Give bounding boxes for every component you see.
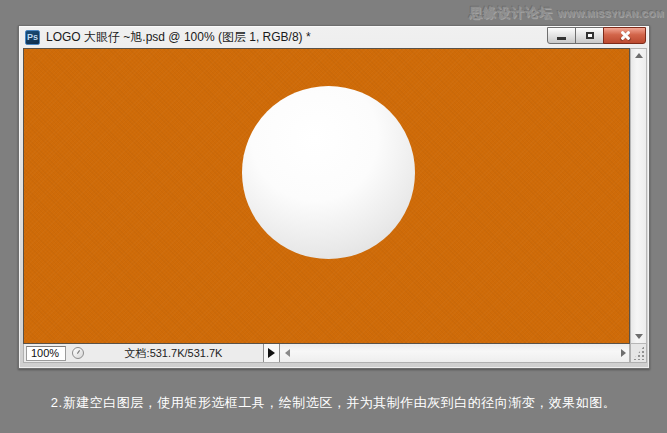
status-bar: 文档:531.7K/531.7K <box>24 344 280 362</box>
restore-button[interactable] <box>575 27 604 44</box>
status-menu-arrow-icon <box>268 348 275 358</box>
status-bar-menu-button[interactable] <box>263 344 280 362</box>
minimize-button[interactable] <box>547 27 576 44</box>
document-size-info: 文档:531.7K/531.7K <box>84 346 263 361</box>
watermark-site-url: WWW.MISSYUAN.COM <box>558 9 665 19</box>
scroll-right-arrow-icon[interactable] <box>621 349 626 357</box>
window-controls <box>547 27 646 44</box>
close-icon <box>619 30 630 41</box>
restore-icon <box>586 32 594 39</box>
watermark: 思缘设计论坛 WWW.MISSYUAN.COM <box>469 3 664 22</box>
page-background: 思缘设计论坛 WWW.MISSYUAN.COM Ps LOGO 大眼仔 ~旭.p… <box>0 0 667 433</box>
close-button[interactable] <box>603 27 646 44</box>
scroll-up-arrow-icon[interactable] <box>635 53 643 58</box>
vertical-scrollbar[interactable] <box>630 48 647 344</box>
status-clock-icon <box>72 347 84 359</box>
scroll-down-arrow-icon[interactable] <box>635 334 643 339</box>
window-resize-grip[interactable] <box>630 344 647 363</box>
minimize-icon <box>557 37 566 40</box>
document-canvas[interactable] <box>23 48 630 344</box>
watermark-forum-name: 思缘设计论坛 <box>469 5 553 20</box>
scroll-left-arrow-icon[interactable] <box>285 349 290 357</box>
radial-gradient-sphere <box>242 86 415 259</box>
photoshop-document-window: Ps LOGO 大眼仔 ~旭.psd @ 100% (图层 1, RGB/8) … <box>18 25 650 369</box>
zoom-level-input[interactable] <box>26 346 66 361</box>
window-bottom-bar: 文档:531.7K/531.7K <box>23 344 630 363</box>
window-titlebar[interactable]: Ps LOGO 大眼仔 ~旭.psd @ 100% (图层 1, RGB/8) … <box>19 26 649 48</box>
window-title: LOGO 大眼仔 ~旭.psd @ 100% (图层 1, RGB/8) * <box>46 29 547 46</box>
photoshop-app-icon: Ps <box>25 30 40 45</box>
tutorial-step-caption: 2.新建空白图层，使用矩形选框工具，绘制选区，并为其制作由灰到白的径向渐变，效果… <box>0 394 667 412</box>
horizontal-scrollbar[interactable] <box>280 344 629 362</box>
